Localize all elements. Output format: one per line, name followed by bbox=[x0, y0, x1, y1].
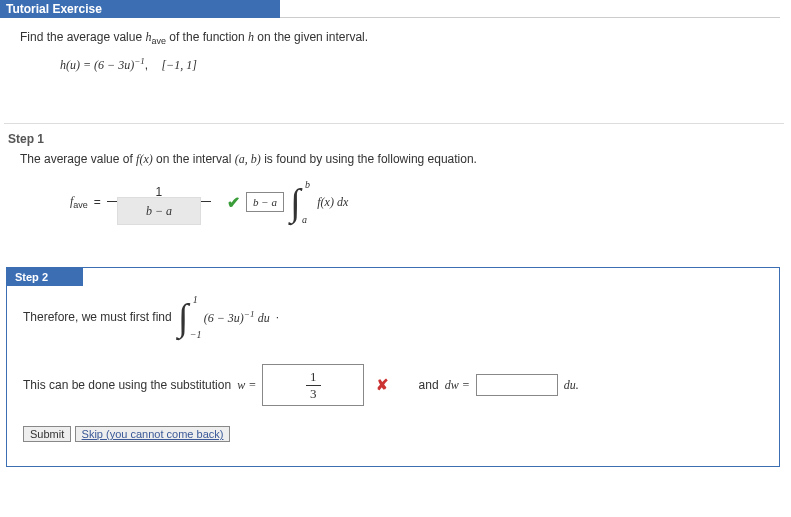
section-divider bbox=[4, 93, 784, 124]
step1-equation: fave = 1 b − a ✔ b − a ∫ b a f(x) dx bbox=[70, 181, 771, 223]
ave-subscript: ave bbox=[151, 36, 166, 46]
dw-input-box[interactable] bbox=[476, 374, 558, 396]
w-frac-num: 1 bbox=[306, 369, 321, 386]
step2-integrand: (6 − 3u)−1 du bbox=[204, 309, 270, 326]
prompt-text-post: on the given interval. bbox=[257, 30, 368, 44]
step2-line2: This can be done using the substitution … bbox=[23, 364, 763, 406]
step2-integral-glyph-icon: ∫ bbox=[178, 296, 188, 338]
boxed-answer: b − a bbox=[246, 192, 284, 212]
step1-fx: f(x) bbox=[136, 152, 153, 166]
integral-sign: ∫ b a bbox=[290, 181, 310, 223]
fave-sub: ave bbox=[73, 201, 88, 211]
step2-int-lower: −1 bbox=[190, 329, 202, 340]
step1-ab: (a, b) bbox=[235, 152, 261, 166]
dw-equals: dw = bbox=[445, 378, 470, 393]
answer-filled-box[interactable]: b − a bbox=[117, 197, 201, 225]
step2-line1-pre: Therefore, we must first find bbox=[23, 310, 172, 324]
step2-line1: Therefore, we must first find ∫ 1 −1 (6 … bbox=[23, 296, 763, 338]
fave-label: fave bbox=[70, 194, 88, 210]
int-lower: a bbox=[302, 214, 307, 225]
w-input-fraction: 1 3 bbox=[306, 369, 321, 402]
tutorial-header-row: Tutorial Exercise bbox=[0, 0, 791, 18]
w-frac-den: 3 bbox=[306, 386, 321, 402]
integral-block: ∫ b a f(x) dx bbox=[290, 181, 348, 223]
eq-sep: , bbox=[145, 58, 148, 72]
eq-lhs: h(u) = (6 − 3u) bbox=[60, 58, 134, 72]
integrand-du: du bbox=[258, 311, 270, 325]
equals-sign: = bbox=[94, 195, 101, 209]
step2-integral-sign: ∫ 1 −1 bbox=[178, 296, 198, 338]
cross-icon: ✘ bbox=[376, 376, 389, 394]
fraction-block: 1 b − a bbox=[107, 185, 211, 219]
step2-label: Step 2 bbox=[7, 268, 83, 286]
integrand-base: (6 − 3u) bbox=[204, 311, 244, 325]
interval: [−1, 1] bbox=[161, 58, 196, 72]
step2-line2-pre: This can be done using the substitution bbox=[23, 378, 231, 392]
step2-int-upper: 1 bbox=[193, 294, 198, 305]
problem-equation: h(u) = (6 − 3u)−1, [−1, 1] bbox=[60, 56, 771, 73]
prompt-text-mid: of the function bbox=[169, 30, 248, 44]
check-icon: ✔ bbox=[227, 193, 240, 212]
step2-dot: · bbox=[276, 310, 279, 324]
du-label: du. bbox=[564, 378, 579, 393]
integral-glyph-icon: ∫ bbox=[290, 181, 300, 223]
skip-button[interactable]: Skip (you cannot come back) bbox=[75, 426, 231, 442]
prompt-text-pre: Find the average value bbox=[20, 30, 145, 44]
step2-line2-mid: and bbox=[419, 378, 439, 392]
tutorial-header: Tutorial Exercise bbox=[0, 0, 280, 18]
submit-button[interactable]: Submit bbox=[23, 426, 71, 442]
step1-text-post: is found by using the following equation… bbox=[264, 152, 477, 166]
h-function: h bbox=[248, 30, 254, 44]
eq-exp: −1 bbox=[134, 56, 145, 66]
step1-label: Step 1 bbox=[8, 132, 791, 146]
w-equals: w = bbox=[237, 378, 256, 393]
int-upper: b bbox=[305, 179, 310, 190]
step1-text-pre: The average value of bbox=[20, 152, 136, 166]
problem-statement: Find the average value have of the funct… bbox=[0, 18, 791, 93]
step1-body: The average value of f(x) on the interva… bbox=[0, 150, 791, 263]
step2-body: Therefore, we must first find ∫ 1 −1 (6 … bbox=[7, 286, 779, 452]
button-row: Submit Skip (you cannot come back) bbox=[23, 426, 763, 442]
step2-container: Step 2 Therefore, we must first find ∫ 1… bbox=[6, 267, 780, 467]
integrand: f(x) dx bbox=[317, 195, 348, 210]
frac-denominator: b − a bbox=[107, 202, 211, 219]
step1-text-mid: on the interval bbox=[156, 152, 235, 166]
integrand-exp: −1 bbox=[244, 309, 255, 319]
w-input-box[interactable]: 1 3 bbox=[262, 364, 364, 406]
